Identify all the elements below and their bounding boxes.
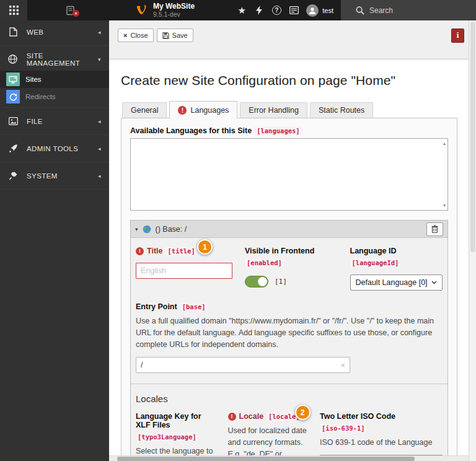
page-title: Create new Site Configuration on page "H… xyxy=(121,73,457,88)
info-button[interactable]: i xyxy=(451,29,464,43)
step-badge-1: 1 xyxy=(197,239,213,255)
clear-icon[interactable]: × xyxy=(340,361,345,370)
xlf-label: Language Key for XLF Files [typo3Languag… xyxy=(136,412,216,441)
language-id-select[interactable]: Default Language [0] xyxy=(350,274,443,291)
close-button[interactable]: × Close xyxy=(118,29,154,42)
entry-point-field-group: Entry Point [base] Use a full qualified … xyxy=(136,302,443,373)
divider xyxy=(0,107,109,108)
delete-language-button[interactable] xyxy=(426,222,443,236)
typo3-version: 9.5.1-dev xyxy=(153,11,195,18)
toolbar-search[interactable] xyxy=(341,0,476,20)
field-code-tag: [title] xyxy=(165,247,196,255)
vertical-scrollbar[interactable] xyxy=(469,20,476,461)
divider xyxy=(0,134,109,135)
entry-point-input-wrap: × xyxy=(136,357,350,373)
entry-point-label: Entry Point [base] xyxy=(136,302,443,311)
language-id-field-group: Language ID [languageId] Default Languag… xyxy=(350,247,443,291)
floppy-icon xyxy=(162,32,169,39)
horizontal-scrollbar[interactable] xyxy=(109,455,469,461)
close-icon: × xyxy=(123,32,127,39)
tab-static-routes[interactable]: Static Routes xyxy=(310,102,373,118)
error-icon: ! xyxy=(136,247,144,255)
site-title: My WebSite xyxy=(153,2,195,11)
toggle-knob xyxy=(258,277,267,286)
locale-label: ! Locale [locale] 2 xyxy=(228,412,308,421)
chevron-down-icon: ▾ xyxy=(135,226,138,232)
field-code-tag: [languageId] xyxy=(350,258,401,267)
sidebar-label: WEB xyxy=(27,29,43,36)
sidebar-item-sites[interactable]: Sites xyxy=(0,71,109,88)
scroll-up-icon[interactable]: ▴ xyxy=(443,141,446,146)
visible-toggle[interactable] xyxy=(245,276,268,288)
clear-cache-button[interactable] xyxy=(250,0,268,20)
plug-icon xyxy=(8,171,18,181)
panel-title: () Base: / xyxy=(156,225,187,234)
field-code-tag: [typo3Language] xyxy=(136,432,198,441)
info-icon: i xyxy=(456,32,459,40)
iso-label: Two Letter ISO Code [iso-639-1] xyxy=(320,412,443,432)
sidebar-item-site-management[interactable]: SITE MANAGEMENT ▾ xyxy=(0,48,109,71)
avatar xyxy=(306,4,319,17)
tab-general[interactable]: General xyxy=(122,102,167,118)
chevron-left-icon: ◂ xyxy=(98,118,101,125)
user-menu[interactable]: test xyxy=(302,0,341,20)
search-input[interactable] xyxy=(369,6,456,15)
content-area: × Close Save i Create new Site Configura… xyxy=(109,20,476,461)
language-panel: ▾ () Base: / xyxy=(130,220,448,461)
grid-icon xyxy=(9,6,19,15)
sidebar-item-web[interactable]: WEB ◂ xyxy=(0,20,109,43)
title-label: ! Title [title] 1 xyxy=(136,247,232,255)
entry-point-input[interactable] xyxy=(141,361,340,369)
list-panel-icon xyxy=(289,6,299,14)
save-button[interactable]: Save xyxy=(157,29,193,42)
system-info-button[interactable] xyxy=(285,0,302,20)
scrollbar-thumb[interactable] xyxy=(117,457,415,461)
scroll-down-icon[interactable]: ▾ xyxy=(443,203,446,208)
sidebar-item-redirects[interactable]: Redirects xyxy=(0,88,109,105)
close-badge-icon: × xyxy=(73,10,79,17)
redirects-module-icon xyxy=(6,90,20,103)
visible-label: Visible in Frontend [enabled] xyxy=(245,247,338,267)
tab-pane-languages: Available Languages for this Site [langu… xyxy=(121,118,457,461)
xlf-field-group: Language Key for XLF Files [typo3Languag… xyxy=(136,412,216,461)
language-id-label: Language ID [languageId] xyxy=(350,247,443,267)
chevron-left-icon: ◂ xyxy=(98,173,101,179)
open-documents-button[interactable]: × xyxy=(60,0,82,20)
sidebar-label: Sites xyxy=(25,76,42,83)
sidebar-label: Redirects xyxy=(25,93,56,100)
page-icon xyxy=(8,27,18,37)
error-icon: ! xyxy=(228,413,236,421)
site-name-block[interactable]: My WebSite 9.5.1-dev xyxy=(153,2,195,19)
locale-field-group: ! Locale [locale] 2 Used for localized d… xyxy=(228,412,308,461)
help-button[interactable]: ? xyxy=(268,0,285,20)
scrollbar-thumb[interactable] xyxy=(470,22,475,252)
tab-error-handling[interactable]: Error Handling xyxy=(240,102,307,118)
chevron-down-icon: ▾ xyxy=(98,56,101,63)
sidebar-item-system[interactable]: SYSTEM ◂ xyxy=(0,164,109,187)
field-code-tag: [base] xyxy=(180,302,208,311)
chevron-down-icon xyxy=(431,281,437,284)
divider xyxy=(0,162,109,162)
tab-languages[interactable]: ! Languages xyxy=(169,101,237,118)
rocket-icon xyxy=(8,144,18,154)
sidebar-item-admin-tools[interactable]: ADMIN TOOLS ◂ xyxy=(0,137,109,160)
chevron-left-icon: ◂ xyxy=(98,29,101,35)
sidebar-label: FILE xyxy=(27,118,43,125)
star-icon: ★ xyxy=(238,5,246,16)
globe-icon xyxy=(8,55,18,64)
doc-header: × Close Save i xyxy=(109,20,469,59)
bookmarks-button[interactable]: ★ xyxy=(233,0,250,20)
entry-point-description: Use a full qualified domain "https://www… xyxy=(136,315,443,350)
modules-menu-button[interactable] xyxy=(0,0,27,20)
sidebar-item-file[interactable]: FILE ◂ xyxy=(0,110,109,133)
bolt-icon xyxy=(256,6,263,15)
module-menu: WEB ◂ SITE MANAGEMENT ▾ Sites Redirects … xyxy=(0,20,109,461)
available-languages-listbox[interactable]: ▴ ▾ xyxy=(130,138,448,211)
panel-header[interactable]: ▾ () Base: / xyxy=(131,221,447,238)
iso-field-group: Two Letter ISO Code [iso-639-1] ISO 639-… xyxy=(320,412,443,461)
title-field-group: ! Title [title] 1 xyxy=(136,247,232,291)
field-code-tag: [languages] xyxy=(255,126,302,135)
divider xyxy=(0,45,109,46)
sidebar-label: SYSTEM xyxy=(27,172,58,180)
title-input[interactable] xyxy=(136,263,232,279)
